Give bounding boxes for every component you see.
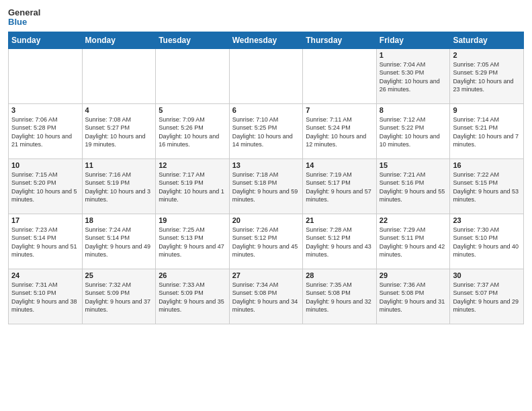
day-info: Sunrise: 7:25 AM Sunset: 5:13 PM Dayligh… [159,226,226,259]
weekday-header-thursday: Thursday [303,32,377,48]
day-info: Sunrise: 7:29 AM Sunset: 5:11 PM Dayligh… [380,226,447,259]
day-number: 8 [380,106,447,114]
day-cell [303,48,377,103]
day-info: Sunrise: 7:34 AM Sunset: 5:08 PM Dayligh… [232,281,300,314]
day-number: 23 [453,216,521,224]
day-cell: 16Sunrise: 7:22 AM Sunset: 5:15 PM Dayli… [450,158,524,214]
day-cell: 19Sunrise: 7:25 AM Sunset: 5:13 PM Dayli… [156,214,230,269]
day-cell: 10Sunrise: 7:15 AM Sunset: 5:20 PM Dayli… [9,158,83,214]
day-info: Sunrise: 7:11 AM Sunset: 5:24 PM Dayligh… [306,116,373,149]
day-info: Sunrise: 7:32 AM Sunset: 5:09 PM Dayligh… [85,281,153,314]
day-info: Sunrise: 7:35 AM Sunset: 5:08 PM Dayligh… [306,281,373,314]
day-cell: 17Sunrise: 7:23 AM Sunset: 5:14 PM Dayli… [9,214,83,269]
day-info: Sunrise: 7:37 AM Sunset: 5:07 PM Dayligh… [453,281,521,314]
header: General Blue General Blue [8,7,524,28]
day-cell [156,48,230,103]
day-info: Sunrise: 7:36 AM Sunset: 5:08 PM Dayligh… [380,281,447,314]
weekday-header-monday: Monday [82,32,156,48]
day-info: Sunrise: 7:18 AM Sunset: 5:18 PM Dayligh… [232,171,300,204]
day-cell: 8Sunrise: 7:12 AM Sunset: 5:22 PM Daylig… [376,103,450,158]
day-number: 1 [380,51,447,59]
day-number: 9 [453,106,521,114]
day-cell: 28Sunrise: 7:35 AM Sunset: 5:08 PM Dayli… [303,269,377,324]
day-number: 12 [159,161,226,169]
day-info: Sunrise: 7:14 AM Sunset: 5:21 PM Dayligh… [453,116,521,149]
week-row-5: 24Sunrise: 7:31 AM Sunset: 5:10 PM Dayli… [9,269,524,324]
weekday-header-friday: Friday [376,32,450,48]
day-cell: 2Sunrise: 7:05 AM Sunset: 5:29 PM Daylig… [450,48,524,103]
day-cell: 4Sunrise: 7:08 AM Sunset: 5:27 PM Daylig… [82,103,156,158]
day-cell: 21Sunrise: 7:28 AM Sunset: 5:12 PM Dayli… [303,214,377,269]
day-cell: 7Sunrise: 7:11 AM Sunset: 5:24 PM Daylig… [303,103,377,158]
day-cell: 23Sunrise: 7:30 AM Sunset: 5:10 PM Dayli… [450,214,524,269]
day-info: Sunrise: 7:04 AM Sunset: 5:30 PM Dayligh… [380,60,447,94]
day-cell: 18Sunrise: 7:24 AM Sunset: 5:14 PM Dayli… [82,214,156,269]
weekday-header-wednesday: Wednesday [229,32,303,48]
day-cell: 5Sunrise: 7:09 AM Sunset: 5:26 PM Daylig… [156,103,230,158]
day-number: 19 [159,216,226,224]
day-info: Sunrise: 7:23 AM Sunset: 5:14 PM Dayligh… [11,226,79,259]
day-number: 18 [85,216,153,224]
weekday-header-tuesday: Tuesday [156,32,230,48]
logo-blue: Blue [8,17,40,27]
day-number: 10 [11,161,79,169]
day-cell: 3Sunrise: 7:06 AM Sunset: 5:28 PM Daylig… [9,103,83,158]
week-row-1: 1Sunrise: 7:04 AM Sunset: 5:30 PM Daylig… [9,48,524,103]
day-number: 22 [380,216,447,224]
day-info: Sunrise: 7:05 AM Sunset: 5:29 PM Dayligh… [453,60,521,94]
day-number: 17 [11,216,79,224]
calendar-container: General Blue General Blue SundayMondayTu… [0,0,532,330]
day-number: 30 [453,271,521,279]
logo-general: General [8,8,40,17]
day-cell: 14Sunrise: 7:19 AM Sunset: 5:17 PM Dayli… [303,158,377,214]
day-number: 6 [232,106,300,114]
day-cell: 9Sunrise: 7:14 AM Sunset: 5:21 PM Daylig… [450,103,524,158]
day-cell: 15Sunrise: 7:21 AM Sunset: 5:16 PM Dayli… [376,158,450,214]
week-row-3: 10Sunrise: 7:15 AM Sunset: 5:20 PM Dayli… [9,158,524,214]
week-row-4: 17Sunrise: 7:23 AM Sunset: 5:14 PM Dayli… [9,214,524,269]
day-info: Sunrise: 7:15 AM Sunset: 5:20 PM Dayligh… [11,171,79,204]
day-number: 14 [306,161,373,169]
day-cell: 6Sunrise: 7:10 AM Sunset: 5:25 PM Daylig… [229,103,303,158]
day-info: Sunrise: 7:26 AM Sunset: 5:12 PM Dayligh… [232,226,300,259]
day-cell: 12Sunrise: 7:17 AM Sunset: 5:19 PM Dayli… [156,158,230,214]
day-info: Sunrise: 7:33 AM Sunset: 5:09 PM Dayligh… [159,281,226,314]
day-number: 11 [85,161,153,169]
day-number: 15 [380,161,447,169]
weekday-header-row: SundayMondayTuesdayWednesdayThursdayFrid… [9,32,524,48]
day-info: Sunrise: 7:10 AM Sunset: 5:25 PM Dayligh… [232,116,300,149]
day-number: 13 [232,161,300,169]
weekday-header-sunday: Sunday [9,32,83,48]
day-cell: 11Sunrise: 7:16 AM Sunset: 5:19 PM Dayli… [82,158,156,214]
day-info: Sunrise: 7:21 AM Sunset: 5:16 PM Dayligh… [380,171,447,204]
day-info: Sunrise: 7:17 AM Sunset: 5:19 PM Dayligh… [159,171,226,204]
day-info: Sunrise: 7:24 AM Sunset: 5:14 PM Dayligh… [85,226,153,259]
day-info: Sunrise: 7:08 AM Sunset: 5:27 PM Dayligh… [85,116,153,149]
day-number: 21 [306,216,373,224]
logo: General Blue General Blue [8,7,40,28]
day-number: 7 [306,106,373,114]
day-cell: 24Sunrise: 7:31 AM Sunset: 5:10 PM Dayli… [9,269,83,324]
day-number: 2 [453,51,521,59]
day-number: 5 [159,106,226,114]
day-cell [9,48,83,103]
day-info: Sunrise: 7:22 AM Sunset: 5:15 PM Dayligh… [453,171,521,204]
day-number: 4 [85,106,153,114]
week-row-2: 3Sunrise: 7:06 AM Sunset: 5:28 PM Daylig… [9,103,524,158]
day-number: 28 [306,271,373,279]
day-info: Sunrise: 7:12 AM Sunset: 5:22 PM Dayligh… [380,116,447,149]
day-cell: 20Sunrise: 7:26 AM Sunset: 5:12 PM Dayli… [229,214,303,269]
calendar-table: SundayMondayTuesdayWednesdayThursdayFrid… [8,32,524,324]
day-number: 3 [11,106,79,114]
day-number: 26 [159,271,226,279]
day-number: 20 [232,216,300,224]
day-number: 29 [380,271,447,279]
day-info: Sunrise: 7:28 AM Sunset: 5:12 PM Dayligh… [306,226,373,259]
day-cell [229,48,303,103]
day-number: 24 [11,271,79,279]
day-number: 25 [85,271,153,279]
day-cell: 22Sunrise: 7:29 AM Sunset: 5:11 PM Dayli… [376,214,450,269]
day-number: 27 [232,271,300,279]
day-info: Sunrise: 7:06 AM Sunset: 5:28 PM Dayligh… [11,116,79,149]
day-info: Sunrise: 7:09 AM Sunset: 5:26 PM Dayligh… [159,116,226,149]
